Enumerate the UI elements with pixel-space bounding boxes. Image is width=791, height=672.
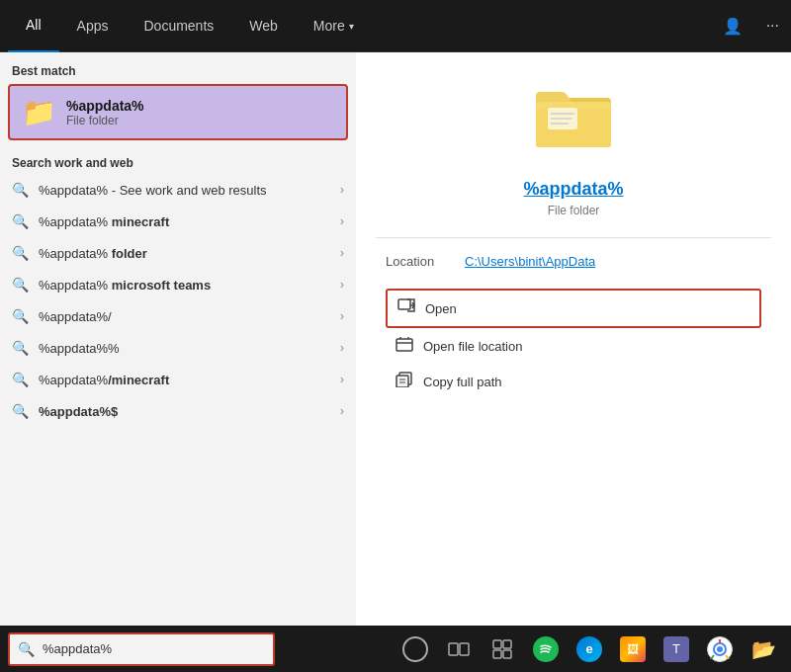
- chevron-right-icon: ›: [340, 214, 344, 228]
- divider: [376, 237, 771, 238]
- open-label: Open: [425, 301, 457, 316]
- best-match-label: Best match: [0, 52, 356, 84]
- svg-rect-7: [398, 299, 410, 309]
- svg-rect-17: [460, 643, 469, 655]
- result-text: %appdata% - See work and web results: [39, 183, 340, 198]
- svg-rect-19: [503, 640, 511, 648]
- result-text: %appdata%%: [39, 341, 340, 356]
- svg-rect-20: [493, 650, 501, 658]
- file-explorer-icon[interactable]: 📂: [744, 630, 783, 669]
- search-icon: 🔍: [12, 213, 29, 229]
- svg-rect-18: [493, 640, 501, 648]
- action-list: Open Open file location: [376, 289, 771, 399]
- chevron-right-icon: ›: [340, 404, 344, 418]
- list-item[interactable]: 🔍 %appdata% minecraft ›: [0, 206, 356, 237]
- windows-search-icon[interactable]: [396, 630, 435, 669]
- result-text: %appdata% minecraft: [39, 214, 340, 229]
- svg-rect-16: [449, 643, 458, 655]
- result-text: %appdata% folder: [39, 246, 340, 261]
- list-item[interactable]: 🔍 %appdata% microsoft teams ›: [0, 269, 356, 300]
- teams-icon[interactable]: T: [657, 630, 696, 669]
- search-icon: 🔍: [12, 245, 29, 261]
- chevron-right-icon: ›: [340, 278, 344, 292]
- tab-all[interactable]: All: [8, 0, 59, 52]
- svg-line-25: [711, 655, 714, 659]
- nav-right-actions: 👤 ···: [719, 13, 783, 40]
- best-match-subtitle: File folder: [66, 114, 144, 127]
- tab-apps[interactable]: Apps: [59, 0, 127, 52]
- svg-rect-13: [396, 376, 408, 387]
- widgets-icon[interactable]: [483, 630, 522, 669]
- folder-icon: 📁: [22, 96, 56, 128]
- photos-icon[interactable]: 🖼: [613, 630, 653, 669]
- copy-full-path-button[interactable]: Copy full path: [386, 364, 761, 399]
- best-match-title: %appdata%: [66, 98, 144, 114]
- file-location-icon: [396, 336, 413, 356]
- best-match-text: %appdata% File folder: [66, 98, 144, 127]
- list-item[interactable]: 🔍 %appdata%/minecraft ›: [0, 364, 356, 395]
- svg-rect-9: [396, 339, 412, 351]
- search-box[interactable]: 🔍: [8, 632, 275, 666]
- location-value[interactable]: C:\Users\binit\AppData: [465, 254, 595, 269]
- tab-documents[interactable]: Documents: [126, 0, 231, 52]
- search-icon: 🔍: [12, 277, 29, 293]
- chevron-right-icon: ›: [340, 246, 344, 260]
- person-icon[interactable]: 👤: [719, 13, 747, 40]
- top-navigation: All Apps Documents Web More ▾ 👤 ···: [0, 0, 791, 52]
- search-icon: 🔍: [12, 182, 29, 198]
- right-panel: %appdata% File folder Location C:\Users\…: [356, 52, 791, 626]
- open-icon: [397, 298, 415, 318]
- chrome-icon[interactable]: [700, 630, 740, 669]
- chevron-right-icon: ›: [340, 309, 344, 323]
- open-file-location-button[interactable]: Open file location: [386, 328, 761, 364]
- chevron-down-icon: ▾: [349, 21, 354, 32]
- search-icon: 🔍: [12, 308, 29, 324]
- chevron-right-icon: ›: [340, 341, 344, 355]
- search-icon: 🔍: [12, 340, 29, 356]
- copy-full-path-label: Copy full path: [423, 375, 502, 389]
- spotify-icon[interactable]: [526, 630, 566, 669]
- right-subtitle: File folder: [548, 204, 600, 217]
- chevron-right-icon: ›: [340, 183, 344, 197]
- list-item[interactable]: 🔍 %appdata%$ ›: [0, 395, 356, 427]
- search-icon: 🔍: [18, 641, 35, 657]
- search-input[interactable]: [43, 641, 265, 656]
- list-item[interactable]: 🔍 %appdata%/ ›: [0, 300, 356, 332]
- list-item[interactable]: 🔍 %appdata%% ›: [0, 332, 356, 364]
- right-title[interactable]: %appdata%: [523, 179, 623, 200]
- svg-line-26: [726, 655, 729, 659]
- search-icon: 🔍: [12, 372, 29, 387]
- location-label: Location: [386, 254, 465, 269]
- svg-point-23: [717, 646, 723, 652]
- taskbar: 🔍 e: [0, 626, 791, 672]
- location-row: Location C:\Users\binit\AppData: [376, 254, 771, 269]
- result-text: %appdata% microsoft teams: [39, 278, 340, 293]
- more-options-icon[interactable]: ···: [762, 13, 783, 39]
- chevron-right-icon: ›: [340, 373, 344, 386]
- result-text: %appdata%$: [39, 404, 340, 419]
- search-icon: 🔍: [12, 403, 29, 419]
- tab-web[interactable]: Web: [231, 0, 296, 52]
- right-folder-icon: [534, 82, 613, 167]
- open-button[interactable]: Open: [386, 289, 761, 328]
- result-text: %appdata%/: [39, 309, 340, 324]
- search-web-label: Search work and web: [0, 144, 356, 174]
- open-file-location-label: Open file location: [423, 339, 522, 354]
- list-item[interactable]: 🔍 %appdata% folder ›: [0, 237, 356, 269]
- result-text: %appdata%/minecraft: [39, 373, 340, 387]
- task-view-icon[interactable]: [439, 630, 479, 669]
- edge-icon[interactable]: e: [570, 630, 609, 669]
- list-item[interactable]: 🔍 %appdata% - See work and web results ›: [0, 174, 356, 206]
- main-content: Best match 📁 %appdata% File folder Searc…: [0, 52, 791, 626]
- copy-icon: [396, 372, 413, 391]
- svg-rect-21: [503, 650, 511, 658]
- left-panel: Best match 📁 %appdata% File folder Searc…: [0, 52, 356, 626]
- tab-more[interactable]: More ▾: [296, 0, 372, 52]
- best-match-item[interactable]: 📁 %appdata% File folder: [8, 84, 348, 140]
